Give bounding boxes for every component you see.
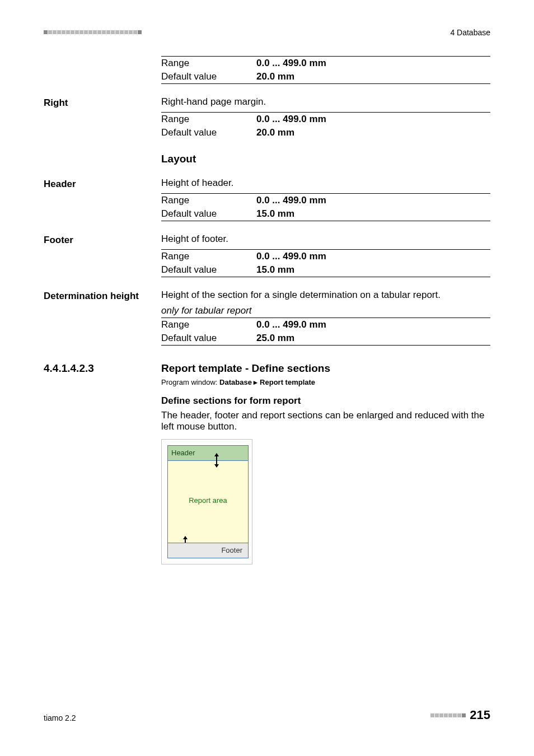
section-number: 4.4.1.4.2.3 — [44, 362, 161, 375]
header-marker-bar — [44, 30, 143, 34]
param-key: Default value — [161, 71, 256, 82]
param-key: Range — [161, 58, 256, 69]
program-window-path: Program window: Database ▸ Report templa… — [161, 378, 490, 386]
program-window-prefix: Program window: — [161, 378, 219, 386]
param-row: Default value15.0 mm — [161, 207, 490, 221]
resize-arrow-icon — [216, 454, 217, 467]
param-label-footer: Footer — [44, 234, 161, 246]
param-desc: Height of the section for a single deter… — [161, 290, 490, 301]
program-window-value: Database ▸ Report template — [219, 378, 315, 386]
param-desc: Height of header. — [161, 178, 490, 189]
product-name: tiamo 2.2 — [44, 713, 76, 722]
chapter-label: 4 Database — [450, 28, 490, 37]
footer-marker-bar: 215 — [430, 708, 490, 722]
param-value: 0.0 ... 499.0 mm — [256, 58, 326, 69]
param-key: Range — [161, 319, 256, 330]
param-label-header: Header — [44, 178, 161, 190]
param-row: Range0.0 ... 499.0 mm — [161, 56, 490, 70]
param-row: Default value20.0 mm — [161, 70, 490, 84]
param-value: 0.0 ... 499.0 mm — [256, 251, 326, 262]
param-key: Default value — [161, 208, 256, 220]
param-value: 0.0 ... 499.0 mm — [256, 195, 326, 206]
param-key: Range — [161, 251, 256, 262]
param-key: Range — [161, 114, 256, 125]
param-value: 20.0 mm — [256, 127, 294, 138]
param-value: 15.0 mm — [256, 208, 294, 220]
param-key: Default value — [161, 264, 256, 276]
param-row: Default value15.0 mm — [161, 263, 490, 277]
param-value: 0.0 ... 499.0 mm — [256, 319, 326, 330]
param-value: 25.0 mm — [256, 333, 294, 344]
param-row: Default value25.0 mm — [161, 332, 490, 346]
param-value: 20.0 mm — [256, 71, 294, 82]
param-key: Default value — [161, 127, 256, 138]
diagram-footer-region: Footer — [168, 543, 248, 558]
section-title: Report template - Define sections — [161, 362, 490, 375]
param-row: Default value20.0 mm — [161, 126, 490, 139]
param-note: only for tabular report — [161, 305, 490, 318]
diagram-body: Header Report area Footer — [167, 445, 249, 558]
param-label-determination: Determination height — [44, 290, 161, 302]
param-key: Range — [161, 195, 256, 206]
param-key: Default value — [161, 333, 256, 344]
param-value: 15.0 mm — [256, 264, 294, 276]
param-label-right: Right — [44, 96, 161, 109]
layout-heading: Layout — [161, 153, 490, 165]
param-desc: Height of footer. — [161, 234, 490, 245]
param-row: Range0.0 ... 499.0 mm — [161, 249, 490, 263]
param-desc: Right-hand page margin. — [161, 96, 490, 108]
param-row: Range0.0 ... 499.0 mm — [161, 112, 490, 126]
subsection-desc: The header, footer and report sections c… — [161, 410, 490, 432]
diagram-header-region: Header — [168, 446, 248, 461]
diagram-report-region: Report area — [168, 496, 248, 505]
param-value: 0.0 ... 499.0 mm — [256, 114, 326, 125]
subsection-heading: Define sections for form report — [161, 395, 490, 407]
sections-diagram: Header Report area Footer — [161, 439, 252, 564]
param-row: Range0.0 ... 499.0 mm — [161, 318, 490, 332]
page-number: 215 — [470, 708, 490, 722]
param-row: Range0.0 ... 499.0 mm — [161, 193, 490, 207]
